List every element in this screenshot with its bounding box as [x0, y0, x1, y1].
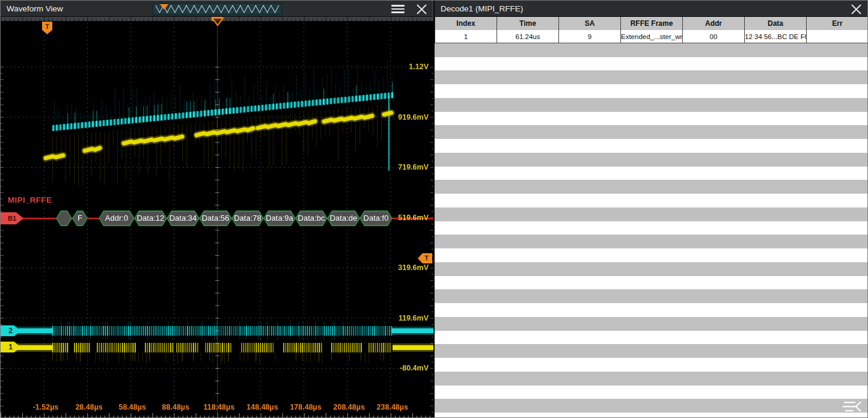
waveform-view-title: Waveform View — [7, 1, 63, 17]
voltage-label: 1.12V — [409, 61, 429, 72]
decode-bubble-label: Data:34 — [167, 211, 200, 226]
oscilloscope-app: Waveform View T T MIPI_RFFE B1 2 — [0, 0, 868, 418]
decode-bubble: Data:56 — [199, 211, 232, 226]
time-label: 58.48µs — [109, 403, 155, 412]
acquisition-minimap[interactable] — [153, 3, 282, 15]
time-label: 118.48µs — [196, 403, 242, 412]
table-cell — [807, 30, 868, 43]
table-cell: 00 — [683, 30, 745, 43]
decode-bubble-label: Data:56 — [199, 211, 232, 226]
collapse-icon — [841, 399, 864, 414]
voltage-label: 719.6mV — [398, 162, 429, 173]
table-cell: Extended_...ster_write — [621, 30, 683, 43]
decode-bubble-label: Data:9a — [263, 211, 296, 226]
table-cell: 9 — [559, 30, 621, 43]
header-cell: Addr — [683, 17, 745, 30]
minimap-waveform-icon — [153, 4, 281, 14]
header-cell: Data — [745, 17, 807, 30]
decode-panel: Decode1 (MIPI_RFFE) IndexTimeSARFFE Fram… — [435, 1, 868, 418]
time-label: 28.48µs — [66, 403, 112, 412]
time-label: 178.48µs — [283, 403, 329, 412]
close-icon — [851, 4, 862, 15]
time-label: 208.48µs — [326, 403, 372, 412]
decode-bubble-label: Data:f0 — [359, 211, 393, 226]
decode-bubble-label: Addr:0 — [99, 211, 135, 226]
header-cell: Index — [435, 17, 497, 30]
decode-bubble: Data:34 — [167, 211, 200, 226]
bus-name-label: MIPI_RFFE — [8, 195, 52, 204]
table-row[interactable]: 161.24us9Extended_...ster_write0012 34 5… — [435, 30, 868, 43]
waveform-titlebar: Waveform View — [1, 1, 433, 17]
decode-bubble: Data:de — [327, 211, 360, 226]
decode-titlebar: Decode1 (MIPI_RFFE) — [435, 1, 868, 17]
decode-bubble: Data:9a — [263, 211, 296, 226]
table-cell: 1 — [435, 30, 497, 43]
table-header-row: IndexTimeSARFFE FrameAddrDataErr — [435, 17, 868, 30]
decode-table: IndexTimeSARFFE FrameAddrDataErr 161.24u… — [435, 17, 868, 43]
time-label: 148.48µs — [240, 403, 286, 412]
header-cell: Time — [497, 17, 559, 30]
voltage-label: 319.6mV — [398, 262, 429, 273]
minimap-trigger-icon — [160, 4, 168, 10]
time-label: 88.48µs — [153, 403, 198, 412]
menu-button[interactable] — [391, 5, 405, 13]
collapse-panel-button[interactable] — [841, 399, 864, 414]
table-stripes — [435, 43, 868, 418]
decode-bubble-label: Data:bc — [295, 211, 328, 226]
decode-bubble-label: Data:12 — [134, 211, 167, 226]
close-icon — [416, 4, 427, 15]
decode-close-button[interactable] — [851, 4, 862, 15]
time-label: -1.52µs — [23, 403, 69, 412]
hamburger-icon — [391, 5, 405, 7]
header-cell: SA — [559, 17, 621, 30]
header-cell: RFFE Frame — [621, 17, 683, 30]
decode-bubble: Data:78 — [231, 211, 264, 226]
decode-panel-title: Decode1 (MIPI_RFFE) — [441, 1, 523, 17]
decode-bubble: Data:12 — [134, 211, 167, 226]
waveform-view-panel: Waveform View T T MIPI_RFFE B1 2 — [1, 1, 433, 418]
voltage-label: -80.4mV — [400, 363, 429, 373]
voltage-label: 919.6mV — [398, 112, 429, 123]
table-cell: 12 34 56...BC DE F0 — [745, 30, 807, 43]
waveform-close-button[interactable] — [416, 4, 427, 15]
header-cell: Err — [807, 17, 868, 30]
voltage-label: 519.6mV — [398, 212, 429, 223]
decode-bubble: Addr:0 — [99, 211, 135, 226]
decode-bubble: Data:f0 — [359, 211, 393, 226]
voltage-label: 119.6mV — [399, 313, 429, 324]
decode-bubble-label: Data:78 — [231, 211, 264, 226]
decode-bubble: Data:bc — [295, 211, 328, 226]
table-cell: 61.24us — [497, 30, 559, 43]
decode-bubble-label: Data:de — [327, 211, 360, 226]
time-label: 238.48µs — [370, 403, 415, 412]
